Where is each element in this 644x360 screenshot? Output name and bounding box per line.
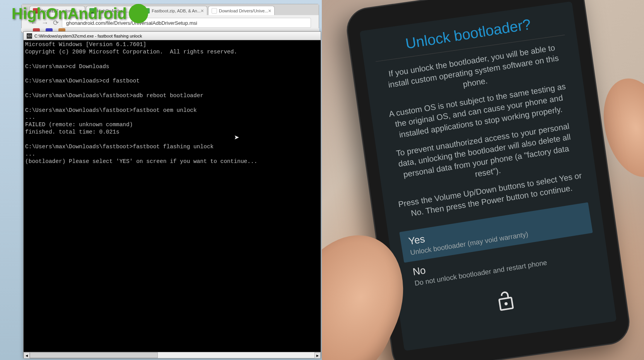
browser-tab-3[interactable]: Fastboot.zip, ADB, & An... × — [141, 6, 207, 15]
cmd-icon: C:\ — [27, 33, 32, 39]
watermark-text: HighOnAndroid — [12, 5, 127, 22]
horizontal-scrollbar[interactable]: ◄ ► — [24, 352, 321, 358]
bookmarks-bar — [21, 28, 319, 31]
cmd-content[interactable]: Microsoft Windows [Version 6.1.7601] Cop… — [24, 40, 321, 166]
cmd-title: C:\Windows\system32\cmd.exe - fastboot f… — [34, 34, 142, 38]
tab-label: Download Drivers/Unive... — [219, 9, 268, 13]
close-icon[interactable]: × — [268, 8, 271, 14]
scroll-track[interactable] — [30, 352, 314, 358]
scroll-left-icon[interactable]: ◄ — [24, 352, 30, 358]
desktop-left: HighOnAndroid Xoom127...edoma... × HighO… — [0, 0, 322, 360]
watermark-logo: HighOnAndroid — [12, 4, 148, 23]
cmd-window[interactable]: C:\ C:\Windows\system32\cmd.exe - fastbo… — [23, 31, 321, 358]
mouse-cursor-icon: ➤ — [234, 134, 239, 141]
svg-point-0 — [504, 302, 508, 305]
scroll-thumb[interactable] — [30, 352, 158, 358]
cmd-titlebar[interactable]: C:\ C:\Windows\system32\cmd.exe - fastbo… — [24, 32, 321, 40]
scroll-right-icon[interactable]: ► — [314, 352, 321, 358]
bootloader-options: Yes Unlock bootloader (may void warranty… — [399, 204, 597, 292]
android-icon — [129, 4, 148, 23]
camera-right: Unlock bootloader? If you unlock the boo… — [322, 0, 644, 360]
tab-favicon — [212, 8, 217, 14]
browser-tab-4[interactable]: Download Drivers/Unive... × — [208, 6, 275, 15]
tab-label: Fastboot.zip, ADB, & An... — [152, 9, 201, 13]
close-icon[interactable]: × — [201, 8, 204, 14]
